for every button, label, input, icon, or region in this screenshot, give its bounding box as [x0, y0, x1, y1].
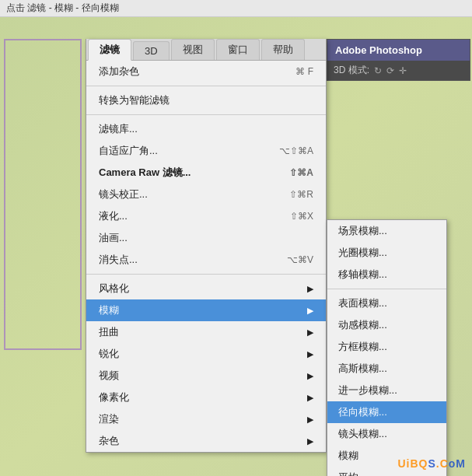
- shortcut-liquify: ⇧⌘X: [290, 211, 313, 222]
- shortcut-lens: ⇧⌘R: [289, 189, 313, 200]
- submenu-iris-blur[interactable]: 光圈模糊...: [327, 242, 446, 264]
- submenu-further-blur[interactable]: 进一步模糊...: [327, 380, 446, 401]
- menu-label: Camera Raw 滤镜...: [99, 166, 191, 180]
- submenu-surface-blur[interactable]: 表面模糊...: [327, 292, 446, 314]
- arrow-video: ▶: [307, 371, 313, 381]
- menu-item-convert-smart[interactable]: 转换为智能滤镜: [86, 89, 326, 111]
- menu-label: 液化...: [99, 209, 128, 223]
- adobe-panel: Adobe Photoshop 3D 模式: ↻ ⟳ ✛: [327, 39, 470, 81]
- menu-item-oil-paint[interactable]: 油画...: [86, 227, 326, 249]
- divider-2: [86, 114, 326, 115]
- watermark-text-2: S: [428, 457, 435, 470]
- shortcut-adaptive: ⌥⇧⌘A: [279, 145, 313, 156]
- shortcut-vanishing: ⌥⌘V: [287, 254, 313, 265]
- menu-label: 像素化: [99, 390, 129, 404]
- arrow-sharpen: ▶: [307, 349, 313, 359]
- submenu-label: 平均: [338, 471, 358, 476]
- submenu-divider-1: [327, 289, 446, 289]
- submenu-motion-blur[interactable]: 动感模糊...: [327, 314, 446, 336]
- submenu-label: 进一步模糊...: [338, 384, 397, 396]
- watermark-text-4: oM: [449, 457, 466, 470]
- menu-label: 消失点...: [99, 253, 138, 267]
- menu-label: 添加杂色: [99, 65, 139, 79]
- tab-3d[interactable]: 3D: [133, 41, 170, 60]
- watermark-text-1: UiBQ: [397, 457, 428, 470]
- breadcrumb-text: 点击 滤镜 - 模糊 - 径向模糊: [6, 2, 119, 15]
- menu-item-blur[interactable]: 模糊 ▶: [86, 299, 326, 321]
- menu-item-stylize[interactable]: 风格化 ▶: [86, 278, 326, 299]
- arrow-stylize: ▶: [307, 284, 313, 294]
- menu-item-adaptive-wide[interactable]: 自适应广角... ⌥⇧⌘A: [86, 140, 326, 162]
- submenu-gaussian-blur[interactable]: 高斯模糊...: [327, 358, 446, 380]
- menu-item-liquify[interactable]: 液化... ⇧⌘X: [86, 205, 326, 227]
- submenu-box-blur[interactable]: 方框模糊...: [327, 336, 446, 358]
- menu-label: 滤镜库...: [99, 122, 138, 136]
- menu-label: 自适应广角...: [99, 144, 158, 158]
- adobe-panel-toolbar: 3D 模式: ↻ ⟳ ✛: [327, 61, 470, 80]
- shortcut-add-noise: ⌘ F: [295, 66, 313, 77]
- menu-item-render[interactable]: 渲染 ▶: [86, 408, 326, 430]
- menu-label: 视频: [99, 369, 119, 383]
- tab-view[interactable]: 视图: [171, 39, 215, 60]
- tab-help[interactable]: 帮助: [261, 39, 305, 60]
- menu-item-lens-correction[interactable]: 镜头校正... ⇧⌘R: [86, 184, 326, 205]
- submenu-label: 模糊: [338, 450, 358, 461]
- divider-1: [86, 86, 326, 86]
- menu-label: 渲染: [99, 412, 119, 426]
- submenu-scene-blur[interactable]: 场景模糊...: [327, 220, 446, 242]
- filter-menu: 滤镜 3D 视图 窗口 帮助 添加杂色 ⌘ F 转换为智能滤镜 滤镜库... 自…: [86, 39, 327, 453]
- menu-item-vanishing-point[interactable]: 消失点... ⌥⌘V: [86, 249, 326, 271]
- submenu-label: 方框模糊...: [338, 341, 387, 352]
- submenu-label: 光圈模糊...: [338, 247, 387, 258]
- menu-item-camera-raw[interactable]: Camera Raw 滤镜... ⇧⌘A: [86, 162, 326, 184]
- menu-item-sharpen[interactable]: 锐化 ▶: [86, 343, 326, 365]
- menu-label: 镜头校正...: [99, 187, 148, 201]
- adobe-panel-title: Adobe Photoshop: [327, 40, 470, 61]
- tab-filter[interactable]: 滤镜: [88, 39, 131, 61]
- submenu-label: 移轴模糊...: [338, 268, 387, 280]
- watermark-text-3: .C: [436, 457, 449, 470]
- menu-item-distort[interactable]: 扭曲 ▶: [86, 321, 326, 343]
- divider-3: [86, 274, 326, 275]
- blur-submenu: 场景模糊... 光圈模糊... 移轴模糊... 表面模糊... 动感模糊... …: [327, 219, 447, 476]
- arrow-distort: ▶: [307, 327, 313, 338]
- menu-label: 杂色: [99, 434, 119, 448]
- rotate-icon[interactable]: ↻: [374, 65, 382, 76]
- submenu-label: 高斯模糊...: [338, 362, 387, 374]
- pan-icon[interactable]: ✛: [399, 65, 407, 76]
- arrow-render: ▶: [307, 415, 313, 425]
- arrow-pixelate: ▶: [307, 393, 313, 403]
- menu-label: 转换为智能滤镜: [99, 93, 170, 107]
- submenu-label: 表面模糊...: [338, 297, 387, 309]
- menu-tabs: 滤镜 3D 视图 窗口 帮助: [86, 39, 326, 61]
- submenu-tilt-shift[interactable]: 移轴模糊...: [327, 264, 446, 285]
- mode-label: 3D 模式:: [334, 64, 369, 77]
- watermark: UiBQS.CoM: [397, 457, 466, 470]
- submenu-label: 径向模糊...: [338, 406, 387, 418]
- menu-item-noise[interactable]: 杂色 ▶: [86, 430, 326, 452]
- menu-label: 扭曲: [99, 325, 119, 339]
- menu-item-video[interactable]: 视频 ▶: [86, 365, 326, 387]
- shortcut-camera-raw: ⇧⌘A: [289, 167, 313, 178]
- submenu-label: 场景模糊...: [338, 225, 387, 236]
- breadcrumb: 点击 滤镜 - 模糊 - 径向模糊: [0, 0, 472, 17]
- submenu-label: 镜头模糊...: [338, 428, 387, 439]
- submenu-radial-blur[interactable]: 径向模糊...: [327, 401, 446, 423]
- menu-item-filter-gallery[interactable]: 滤镜库...: [86, 118, 326, 140]
- menu-item-add-noise[interactable]: 添加杂色 ⌘ F: [86, 61, 326, 82]
- purple-border-decoration: [4, 39, 82, 350]
- menu-label: 风格化: [99, 282, 129, 296]
- menu-label: 锐化: [99, 347, 119, 361]
- submenu-lens-blur[interactable]: 镜头模糊...: [327, 423, 446, 445]
- arrow-blur: ▶: [307, 306, 313, 316]
- submenu-label: 动感模糊...: [338, 319, 387, 331]
- menu-item-pixelate[interactable]: 像素化 ▶: [86, 387, 326, 408]
- arrow-noise: ▶: [307, 436, 313, 446]
- menu-label: 油画...: [99, 231, 128, 245]
- tab-window[interactable]: 窗口: [216, 39, 260, 60]
- menu-label: 模糊: [99, 303, 119, 317]
- roll-icon[interactable]: ⟳: [386, 65, 394, 76]
